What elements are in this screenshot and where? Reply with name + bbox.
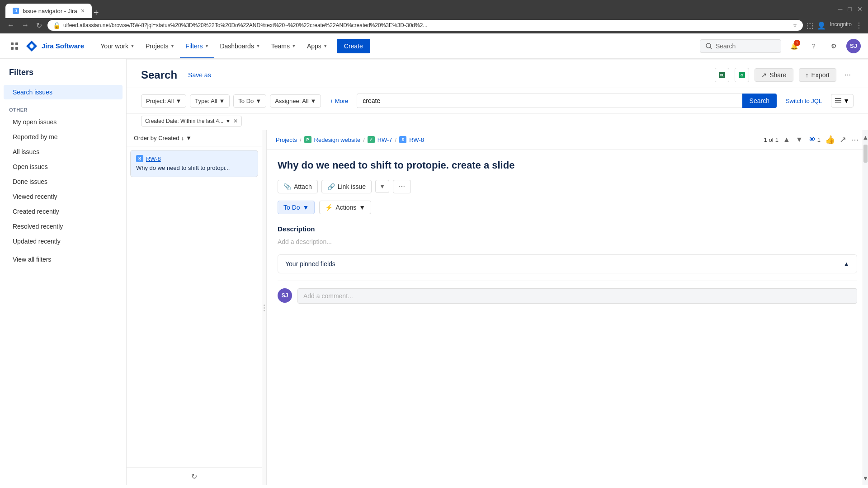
bookmark-icon[interactable]: ☆ <box>793 22 797 28</box>
issues-panel-footer: ↻ <box>127 467 262 485</box>
sidebar-item-viewed-recently[interactable]: Viewed recently <box>4 189 123 204</box>
apps-grid-icon[interactable] <box>7 39 22 53</box>
close-btn[interactable]: ✕ <box>857 5 863 13</box>
notifications-btn[interactable]: 🔔 1 <box>787 39 801 53</box>
breadcrumb-issue-id[interactable]: RW-8 <box>409 136 424 143</box>
nav-teams[interactable]: Teams ▼ <box>266 33 302 58</box>
issue-main-title: Why do we need to shift to protopie. cre… <box>278 159 857 173</box>
refresh-btn[interactable]: ↻ <box>34 20 44 31</box>
export-button[interactable]: ↑ Export <box>799 68 836 82</box>
type-filter[interactable]: Type: All ▼ <box>190 94 230 108</box>
forward-btn[interactable]: → <box>20 20 31 30</box>
attach-btn[interactable]: 📎 Attach <box>278 180 318 193</box>
issues-panel-header: Order by Created ↓ ▼ <box>127 130 262 146</box>
created-date-filter-tag[interactable]: Created Date: Within the last 4... ▼ ✕ <box>141 116 242 127</box>
toolbar-expand-btn[interactable]: ▼ <box>375 180 389 193</box>
project-icon: P <box>304 136 311 143</box>
back-btn[interactable]: ← <box>5 20 16 30</box>
issue-item-rw8[interactable]: S RW-8 Why do we need to shift to protop… <box>130 150 258 177</box>
comment-input[interactable]: Add a comment... <box>297 288 857 304</box>
user-avatar[interactable]: SJ <box>846 39 861 53</box>
pinned-fields-header[interactable]: Your pinned fields ▲ <box>285 260 849 267</box>
scroll-down-btn[interactable]: ▼ <box>859 471 868 485</box>
issue-id-link[interactable]: RW-8 <box>146 155 161 162</box>
more-filters-btn[interactable]: + More <box>325 94 353 108</box>
order-by-chevron: ▼ <box>186 135 192 141</box>
actions-button[interactable]: ⚡ Actions ▼ <box>319 201 371 214</box>
more-options-btn[interactable]: ⋯ <box>842 69 854 81</box>
extensions-icon[interactable]: ⬚ <box>807 21 813 30</box>
save-as-button[interactable]: Save as <box>184 70 215 80</box>
address-bar[interactable]: 🔒 uifeed.atlassian.net/browse/RW-8?jql=s… <box>47 20 803 31</box>
page-title: Search <box>141 69 177 81</box>
sidebar-item-my-open-issues[interactable]: My open issues <box>4 115 123 129</box>
svg-rect-15 <box>835 102 841 103</box>
help-btn[interactable]: ? <box>807 39 821 53</box>
description-label: Description <box>278 223 857 233</box>
status-filter[interactable]: To Do ▼ <box>233 94 266 108</box>
more-detail-btn[interactable]: ⋯ <box>851 135 859 145</box>
sidebar-item-done-issues[interactable]: Done issues <box>4 174 123 189</box>
remove-filter-btn[interactable]: ✕ <box>233 118 238 124</box>
keyword-search-input[interactable] <box>357 94 742 108</box>
excel-export-btn[interactable]: XL <box>715 68 729 82</box>
browser-tabs: J Issue navigator - Jira × + <box>5 0 99 18</box>
page-header: Search Save as XL G ↗ Share ↑ Export ⋯ <box>127 59 868 88</box>
share-button[interactable]: ↗ Share <box>755 68 793 82</box>
assignee-filter[interactable]: Assignee: All ▼ <box>270 94 321 108</box>
create-button[interactable]: Create <box>337 39 370 53</box>
link-issue-btn[interactable]: 🔗 Link issue <box>321 180 372 193</box>
new-tab-btn[interactable]: + <box>94 8 99 18</box>
global-search-input[interactable]: Search <box>700 39 781 53</box>
view-toggle-btn[interactable]: ▼ <box>831 94 854 108</box>
menu-icon[interactable]: ⋮ <box>855 21 863 30</box>
sidebar-item-reported-by-me[interactable]: Reported by me <box>4 130 123 144</box>
share-detail-btn[interactable]: ↗ <box>840 135 846 145</box>
description-section: Description Add a description... <box>278 223 857 247</box>
breadcrumb-parent-id[interactable]: RW-7 <box>377 136 392 143</box>
status-button[interactable]: To Do ▼ <box>278 201 315 214</box>
tab-close-btn[interactable]: × <box>81 7 85 14</box>
more-toolbar-btn[interactable]: ⋯ <box>393 180 411 193</box>
sidebar-item-view-all-filters[interactable]: View all filters <box>4 252 123 267</box>
address-icons: ☆ <box>793 22 797 28</box>
search-submit-btn[interactable]: Search <box>742 94 777 108</box>
nav-your-work[interactable]: Your work ▼ <box>95 33 140 58</box>
like-btn[interactable]: 👍 <box>825 135 835 145</box>
nav-filters[interactable]: Filters ▼ <box>180 33 214 58</box>
refresh-btn[interactable]: ↻ <box>191 472 197 481</box>
project-filter[interactable]: Project: All ▼ <box>141 94 186 108</box>
maximize-btn[interactable]: □ <box>848 5 852 13</box>
sidebar-item-open-issues[interactable]: Open issues <box>4 160 123 174</box>
nav-right: Search 🔔 1 ? ⚙ SJ <box>700 39 861 53</box>
comment-row: SJ Add a comment... <box>278 281 857 311</box>
sidebar-item-created-recently[interactable]: Created recently <box>4 204 123 219</box>
breadcrumb-projects[interactable]: Projects <box>276 136 297 143</box>
scroll-up-btn[interactable]: ▲ <box>859 130 868 145</box>
sidebar-item-search-issues[interactable]: Search issues <box>4 85 123 99</box>
description-placeholder[interactable]: Add a description... <box>278 236 857 247</box>
next-issue-btn[interactable]: ▼ <box>795 135 804 145</box>
panel-resizer[interactable] <box>262 130 267 485</box>
sheets-export-btn[interactable]: G <box>735 68 749 82</box>
prev-issue-btn[interactable]: ▲ <box>782 135 791 145</box>
scrollbar-thumb <box>863 145 868 163</box>
browser-tab-active[interactable]: J Issue navigator - Jira × <box>5 4 92 18</box>
watcher-count: 1 <box>817 136 821 143</box>
jira-logo[interactable]: Jira Software <box>25 40 84 52</box>
breadcrumb-project-name[interactable]: Redesign website <box>314 136 361 143</box>
order-by-btn[interactable]: Order by Created ↓ ▼ <box>134 135 192 141</box>
actions-chevron: ▼ <box>359 204 365 211</box>
view-chevron-icon: ▼ <box>843 97 849 104</box>
settings-btn[interactable]: ⚙ <box>826 39 841 53</box>
switch-to-jql-btn[interactable]: Switch to JQL <box>780 95 827 107</box>
detail-content: Why do we need to shift to protopie. cre… <box>267 150 868 320</box>
svg-rect-13 <box>835 98 841 99</box>
minimize-btn[interactable]: ─ <box>838 5 843 13</box>
sidebar-item-resolved-recently[interactable]: Resolved recently <box>4 219 123 234</box>
nav-projects[interactable]: Projects ▼ <box>140 33 180 58</box>
nav-apps[interactable]: Apps ▼ <box>302 33 333 58</box>
sidebar-item-updated-recently[interactable]: Updated recently <box>4 234 123 249</box>
sidebar-item-all-issues[interactable]: All issues <box>4 145 123 159</box>
nav-dashboards[interactable]: Dashboards ▼ <box>214 33 265 58</box>
